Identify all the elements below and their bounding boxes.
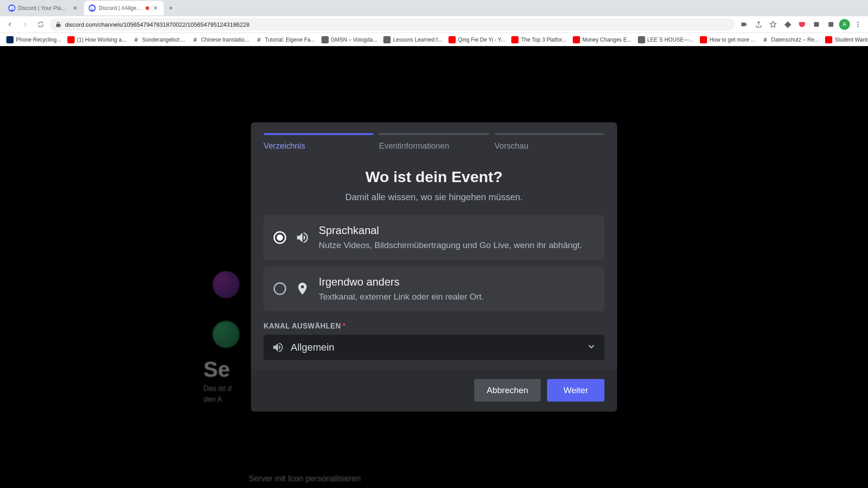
tab-close-icon[interactable]: ✕ <box>152 5 159 12</box>
option-desc: Nutze Videos, Bildschirmübertragung und … <box>319 239 594 251</box>
tab-bar: Discord | Your Place to Talk an ✕ Discor… <box>0 0 868 16</box>
step-label: Eventinformationen <box>379 141 489 151</box>
step-progress-bar <box>495 133 604 135</box>
bookmark-favicon-icon: # <box>762 36 769 43</box>
server-icon <box>212 321 240 348</box>
svg-rect-2 <box>829 22 834 27</box>
discord-favicon-icon <box>8 5 15 12</box>
radio-icon <box>274 231 286 244</box>
step-progress-bar <box>264 133 373 135</box>
modal-title: Wo ist dein Event? <box>264 168 604 186</box>
bookmark-label: The Top 3 Platfor... <box>521 37 566 43</box>
bookmark-favicon-icon <box>825 36 832 43</box>
channel-select-label: KANAL AUSWÄHLEN* <box>264 322 604 330</box>
step-2[interactable]: Eventinformationen <box>379 133 489 151</box>
extension-icon[interactable] <box>825 18 837 31</box>
bookmark-item[interactable]: Student Wants an... <box>822 34 868 45</box>
new-tab-button[interactable]: + <box>165 2 177 14</box>
bookmark-label: Lessons Learned f... <box>393 37 442 43</box>
next-button[interactable]: Weiter <box>547 379 604 402</box>
server-icon <box>212 271 240 298</box>
discord-favicon-icon <box>89 5 96 12</box>
option-title: Irgendwo anders <box>319 276 594 288</box>
chevron-down-icon <box>586 342 596 353</box>
speaker-icon <box>294 230 311 246</box>
menu-icon[interactable] <box>852 18 864 31</box>
channel-select-value: Allgemein <box>291 342 580 353</box>
profile-avatar[interactable]: A <box>839 19 850 30</box>
modal-subtitle: Damit alle wissen, wo sie hingehen müsse… <box>264 192 604 202</box>
extension-icon[interactable] <box>781 18 794 31</box>
option-title: Sprachkanal <box>319 224 594 237</box>
bookmark-item[interactable]: Phone Recycling... <box>4 34 64 45</box>
option-somewhere-else[interactable]: Irgendwo anders Textkanal, externer Link… <box>264 267 604 312</box>
create-event-modal: Verzeichnis Eventinformationen Vorschau … <box>251 122 617 412</box>
bookmark-favicon-icon <box>321 36 329 43</box>
browser-chrome: Discord | Your Place to Talk an ✕ Discor… <box>0 0 868 46</box>
bookmark-label: (1) How Working a... <box>77 37 126 43</box>
bookmark-label: Money Changes E... <box>582 37 632 43</box>
speaker-icon <box>272 341 284 354</box>
bookmark-item[interactable]: How to get more ... <box>697 34 758 45</box>
back-button[interactable] <box>4 18 16 31</box>
bookmark-item[interactable]: #Datenschutz – Re... <box>759 34 821 45</box>
step-1[interactable]: Verzeichnis <box>264 133 373 151</box>
bookmark-item[interactable]: GMSN – Vologda... <box>319 34 380 45</box>
tab-title: Discord | Your Place to Talk an <box>18 5 69 11</box>
bg-text: Server mit Icon personalisieren <box>249 474 868 483</box>
bookmark-favicon-icon <box>638 36 645 43</box>
bookmark-item[interactable]: LEE´S HOUSE—... <box>635 34 697 45</box>
option-voice-channel[interactable]: Sprachkanal Nutze Videos, Bildschirmüber… <box>264 215 604 260</box>
bookmark-item[interactable]: The Top 3 Platfor... <box>509 34 569 45</box>
bookmark-label: Datenschutz – Re... <box>771 37 819 43</box>
tab-title: Discord | #Allgemein | Se <box>99 5 143 11</box>
bookmark-favicon-icon <box>6 36 14 43</box>
recording-indicator-icon <box>146 6 149 10</box>
bookmark-label: GMSN – Vologda... <box>331 37 377 43</box>
bookmark-label: Phone Recycling... <box>16 37 61 43</box>
option-desc: Textkanal, externer Link oder ein realer… <box>319 291 594 303</box>
tab-close-icon[interactable]: ✕ <box>71 5 79 12</box>
bookmark-item[interactable]: #Tutorial: Eigene Fa... <box>253 34 318 45</box>
bookmark-item[interactable]: Money Changes E... <box>570 34 634 45</box>
svg-point-5 <box>858 26 859 27</box>
bookmark-label: LEE´S HOUSE—... <box>647 37 694 43</box>
url-text: discord.com/channels/1056547947631870022… <box>65 21 250 28</box>
media-icon[interactable] <box>738 18 750 31</box>
star-icon[interactable] <box>767 18 779 31</box>
bookmark-item[interactable]: Qing Fei De Yi - Y... <box>446 34 508 45</box>
bookmark-favicon-icon <box>700 36 707 43</box>
step-label: Vorschau <box>495 141 604 151</box>
cancel-button[interactable]: Abbrechen <box>474 379 541 402</box>
bookmark-item[interactable]: #Chinese translatio... <box>189 34 252 45</box>
bookmark-favicon-icon: # <box>132 36 140 43</box>
bookmark-favicon-icon <box>573 36 580 43</box>
pocket-icon[interactable] <box>796 18 808 31</box>
address-bar: discord.com/channels/1056547947631870022… <box>0 16 868 33</box>
share-icon[interactable] <box>752 18 765 31</box>
bookmark-favicon-icon: # <box>255 36 263 43</box>
bookmark-item[interactable]: #Sonderangebot:... <box>130 34 188 45</box>
bookmark-favicon-icon <box>448 36 456 43</box>
svg-point-3 <box>858 22 859 23</box>
channel-select[interactable]: Allgemein <box>264 335 604 360</box>
app-viewport: Se Das ist d den A Server mit Icon perso… <box>0 46 868 488</box>
url-field[interactable]: discord.com/channels/1056547947631870022… <box>50 18 735 31</box>
bookmarks-bar: Phone Recycling...(1) How Working a...#S… <box>0 33 868 46</box>
extension-icon[interactable] <box>810 18 823 31</box>
bookmark-favicon-icon <box>67 36 75 43</box>
bookmark-label: Sonderangebot:... <box>142 37 185 43</box>
radio-icon <box>274 282 286 295</box>
step-3[interactable]: Vorschau <box>495 133 604 151</box>
browser-tab-active[interactable]: Discord | #Allgemein | Se ✕ <box>84 1 164 15</box>
svg-rect-1 <box>814 22 819 27</box>
browser-tab[interactable]: Discord | Your Place to Talk an ✕ <box>4 1 83 15</box>
svg-point-4 <box>858 24 859 25</box>
bookmark-item[interactable]: Lessons Learned f... <box>381 34 445 45</box>
forward-button[interactable] <box>19 18 32 31</box>
bookmark-favicon-icon: # <box>192 36 199 43</box>
bookmark-item[interactable]: (1) How Working a... <box>65 34 129 45</box>
reload-button[interactable] <box>34 18 47 31</box>
bookmark-label: How to get more ... <box>709 37 755 43</box>
step-indicator: Verzeichnis Eventinformationen Vorschau <box>251 122 617 151</box>
